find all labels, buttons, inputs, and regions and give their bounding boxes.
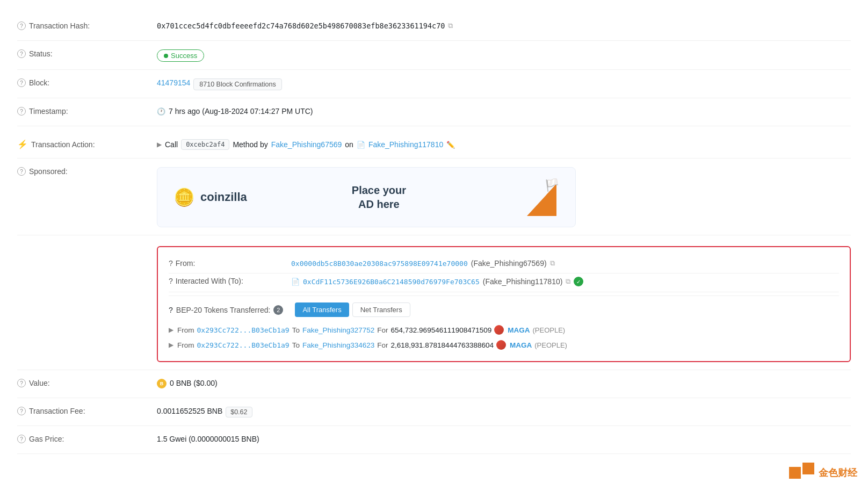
- gas-row: ? Gas Price: 1.5 Gwei (0.0000000015 BNB): [17, 426, 851, 454]
- copy-from-icon[interactable]: ⧉: [550, 259, 555, 268]
- status-value-col: Success: [157, 48, 851, 62]
- help-icon-block[interactable]: ?: [17, 78, 26, 87]
- on-text: on: [345, 140, 353, 149]
- ad-text: Place yourAD here: [352, 183, 406, 211]
- help-icon-sponsored[interactable]: ?: [17, 167, 26, 176]
- transfer2-amount: 2,618,931.87818444763388604: [391, 341, 494, 349]
- gas-label: ? Gas Price:: [17, 434, 157, 443]
- transfer2-symbol: (PEOPLE): [534, 341, 567, 349]
- contract-icon-2: 📄: [291, 278, 300, 286]
- sponsored-row: ? Sponsored: 🪙 coinzilla Place yourAD he…: [17, 158, 851, 235]
- coin-emoji: 🪙: [173, 187, 195, 207]
- status-row: ? Status: Success: [17, 41, 851, 70]
- block-number-link[interactable]: 41479154: [157, 78, 190, 87]
- block-value-col: 41479154 8710 Block Confirmations: [157, 77, 851, 90]
- transfer2-from-link[interactable]: 0x293Cc722...B03eCb1a9: [197, 341, 290, 349]
- status-label: ? Status:: [17, 48, 157, 58]
- verified-icon: ✓: [574, 277, 583, 286]
- interacted-inner-label: ? Interacted With (To):: [169, 277, 287, 285]
- help-icon-status[interactable]: ?: [17, 49, 26, 58]
- phishing-to-link[interactable]: Fake_Phishing117810: [368, 140, 443, 149]
- phishing-from-link[interactable]: Fake_Phishing67569: [271, 140, 342, 149]
- tx-action-content: ▶ Call 0xcebc2af4 Method by Fake_Phishin…: [157, 139, 455, 150]
- tx-action-label: ⚡ Transaction Action:: [17, 138, 157, 149]
- fee-label: ? Transaction Fee:: [17, 406, 157, 415]
- interacted-inner-row: ? Interacted With (To): 📄 0xCdF11c5736E9…: [169, 273, 839, 292]
- value-value-col: B 0 BNB ($0.00): [157, 378, 851, 388]
- timestamp-label: ? Timestamp:: [17, 106, 157, 116]
- transfer1-token-link[interactable]: MAGA: [508, 326, 530, 334]
- coinzilla-brand: 🪙 coinzilla: [173, 187, 247, 207]
- interacted-name: (Fake_Phishing117810): [483, 277, 563, 286]
- transfer2-to-link[interactable]: Fake_Phishing334623: [302, 341, 374, 349]
- edit-icon[interactable]: ✏️: [446, 141, 455, 149]
- flagged-section-row: ? From: 0x0000db5c8B030ae20308ac975898E0…: [17, 235, 851, 370]
- bep20-label-row: ? BEP-20 Tokens Transferred: 2 All Trans…: [169, 302, 839, 317]
- ad-decoration: 🏳️: [511, 178, 559, 216]
- call-text: Call: [165, 140, 178, 149]
- sponsored-value-col: 🪙 coinzilla Place yourAD here 🏳️: [157, 166, 851, 227]
- help-icon-fee[interactable]: ?: [17, 407, 26, 415]
- transfer-tabs: All Transfers Net Transfers: [295, 302, 410, 317]
- arrow-icon: ▶: [157, 141, 162, 148]
- method-badge[interactable]: 0xcebc2af4: [181, 139, 229, 150]
- value-amount: 0 BNB ($0.00): [170, 379, 218, 387]
- success-dot: [164, 54, 168, 58]
- help-icon-bep20[interactable]: ?: [169, 306, 173, 314]
- transfer1-from-link[interactable]: 0x293Cc722...B03eCb1a9: [197, 326, 290, 334]
- tx-hash-value: 0x701ccec5d4fc0dbfeeeefd2c74a768d602e5b4…: [157, 21, 445, 30]
- status-badge: Success: [157, 49, 204, 62]
- from-inner-row: ? From: 0x0000db5c8B030ae20308ac975898E0…: [169, 256, 839, 273]
- help-icon-value[interactable]: ?: [17, 379, 26, 387]
- tx-hash-label: ? Transaction Hash:: [17, 20, 157, 30]
- transfer1-symbol: (PEOPLE): [533, 326, 566, 334]
- flagged-box-col: ? From: 0x0000db5c8B030ae20308ac975898E0…: [157, 245, 851, 362]
- help-icon-interacted[interactable]: ?: [169, 277, 173, 285]
- empty-label: [17, 245, 157, 246]
- transfer-item-2: ▶ From 0x293Cc722...B03eCb1a9 To Fake_Ph…: [169, 337, 839, 352]
- transaction-hash-row: ? Transaction Hash: 0x701ccec5d4fc0dbfee…: [17, 13, 851, 41]
- from-name: (Fake_Phishing67569): [471, 259, 547, 268]
- fee-usd-badge: $0.62: [226, 407, 252, 417]
- method-by-text: Method by: [233, 140, 267, 149]
- interacted-address-link[interactable]: 0xCdF11c5736E926B0a6C2148590d76979Fe703C…: [303, 278, 480, 286]
- tx-hash-value-col: 0x701ccec5d4fc0dbfeeeefd2c74a768d602e5b4…: [157, 20, 851, 30]
- fee-row: ? Transaction Fee: 0.0011652525 BNB $0.6…: [17, 398, 851, 426]
- watermark-text: 金色财经: [819, 466, 857, 467]
- transfer-arrow-2: ▶: [169, 341, 173, 349]
- from-inner-label: ? From:: [169, 259, 287, 268]
- help-icon-timestamp[interactable]: ?: [17, 107, 26, 116]
- fee-value-col: 0.0011652525 BNB $0.62: [157, 406, 851, 417]
- maga-icon-1: [494, 325, 504, 335]
- flagged-box: ? From: 0x0000db5c8B030ae20308ac975898E0…: [157, 246, 851, 362]
- tx-action-value-col: ▶ Call 0xcebc2af4 Method by Fake_Phishin…: [157, 138, 851, 150]
- help-icon-from[interactable]: ?: [169, 259, 173, 268]
- sponsored-label: ? Sponsored:: [17, 166, 157, 176]
- fee-amount: 0.0011652525 BNB: [157, 407, 222, 415]
- gas-value: 1.5 Gwei (0.0000000015 BNB): [157, 435, 259, 443]
- value-row: ? Value: B 0 BNB ($0.00): [17, 370, 851, 398]
- transfer1-to-link[interactable]: Fake_Phishing327752: [302, 326, 374, 334]
- wm-square-2: [802, 463, 814, 467]
- interacted-inner-value: 📄 0xCdF11c5736E926B0a6C2148590d76979Fe70…: [291, 277, 839, 286]
- gas-value-col: 1.5 Gwei (0.0000000015 BNB): [157, 434, 851, 443]
- bnb-icon: B: [157, 379, 167, 388]
- net-transfers-tab[interactable]: Net Transfers: [352, 302, 410, 317]
- help-icon[interactable]: ?: [17, 21, 26, 30]
- transfer-arrow-1: ▶: [169, 326, 173, 334]
- block-row: ? Block: 41479154 8710 Block Confirmatio…: [17, 70, 851, 98]
- copy-hash-icon[interactable]: ⧉: [448, 21, 453, 30]
- all-transfers-tab[interactable]: All Transfers: [295, 302, 349, 317]
- help-icon-gas[interactable]: ?: [17, 435, 26, 443]
- bep20-section: ? BEP-20 Tokens Transferred: 2 All Trans…: [169, 296, 839, 352]
- clock-icon: 🕐: [157, 107, 165, 116]
- value-label: ? Value:: [17, 378, 157, 387]
- copy-interacted-icon[interactable]: ⧉: [566, 277, 570, 286]
- watermark: 金色财经: [789, 466, 857, 467]
- transfer1-amount: 654,732.969546111908471509: [391, 326, 492, 334]
- timestamp-display: 🕐 7 hrs ago (Aug-18-2024 07:14:27 PM UTC…: [157, 107, 313, 116]
- ad-banner[interactable]: 🪙 coinzilla Place yourAD here 🏳️: [157, 167, 576, 227]
- transfer2-token-link[interactable]: MAGA: [510, 341, 532, 349]
- from-address-link[interactable]: 0x0000db5c8B030ae20308ac975898E09741e700…: [291, 260, 468, 268]
- block-confirmations-badge: 8710 Block Confirmations: [193, 78, 281, 90]
